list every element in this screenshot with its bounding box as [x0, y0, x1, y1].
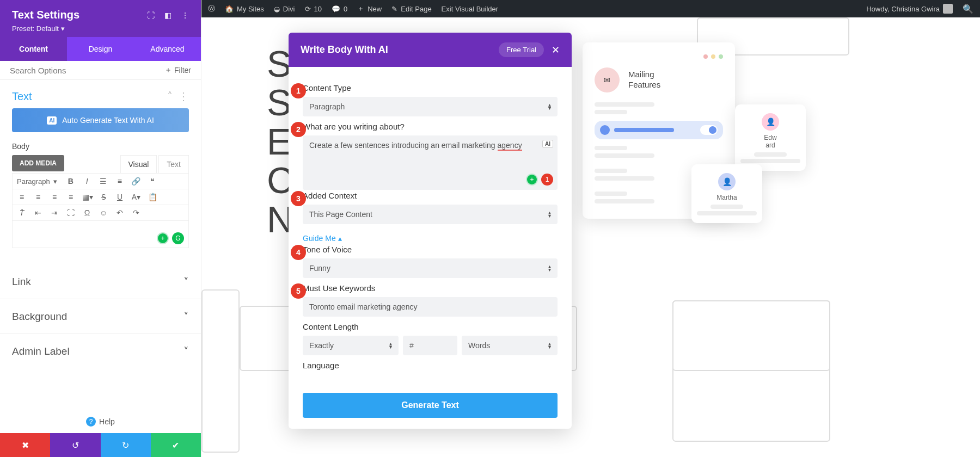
- grammarly-icon[interactable]: G: [172, 232, 184, 244]
- grammarly-plus-icon[interactable]: +: [526, 174, 538, 186]
- clear-format-icon[interactable]: T̽: [17, 208, 27, 217]
- wp-updates[interactable]: ⟳ 10: [305, 5, 322, 13]
- mock-card-martha: 👤 Martha: [691, 164, 762, 223]
- undo-icon[interactable]: ↶: [115, 208, 125, 217]
- label-language: Language: [303, 361, 558, 370]
- length-number-input[interactable]: [403, 336, 457, 355]
- guide-me-link[interactable]: Guide Me ▴: [303, 234, 558, 243]
- sidebar-header: Text Settings ⛶ ◧ ⋮ Preset: Default ▾: [0, 0, 201, 37]
- app-root: Text Settings ⛶ ◧ ⋮ Preset: Default ▾ Co…: [0, 0, 980, 457]
- underline-icon[interactable]: U: [115, 193, 125, 201]
- tone-select[interactable]: Funny: [303, 258, 558, 278]
- strike-icon[interactable]: S̶: [99, 193, 108, 201]
- help-icon: ?: [86, 417, 96, 427]
- free-trial-badge[interactable]: Free Trial: [499, 42, 544, 57]
- error-count-badge[interactable]: 1: [541, 174, 553, 186]
- discard-button[interactable]: ✖: [0, 433, 50, 457]
- textcolor-icon[interactable]: A▾: [131, 193, 141, 201]
- section-more-icon[interactable]: ⋮: [178, 90, 189, 103]
- length-mode-select[interactable]: Exactly: [303, 336, 399, 355]
- tab-design[interactable]: Design: [67, 37, 134, 61]
- accordion-background[interactable]: Background˅: [0, 299, 201, 334]
- wireframe-box: [672, 300, 830, 371]
- content-type-select[interactable]: Paragraph: [303, 97, 558, 116]
- redo-icon[interactable]: ↷: [131, 208, 141, 217]
- page-canvas: S S E C N ✉ MailingFeatures: [201, 17, 980, 457]
- align-right-icon[interactable]: ≡: [50, 193, 59, 201]
- label-keywords: Must Use Keywords: [303, 283, 558, 293]
- indent-icon[interactable]: ⇥: [50, 208, 59, 217]
- editor-body[interactable]: + G: [12, 221, 189, 248]
- redo-global-button[interactable]: ↻: [101, 433, 151, 457]
- generate-text-button[interactable]: Generate Text: [303, 393, 558, 418]
- align-center-icon[interactable]: ≡: [33, 193, 43, 201]
- table-icon[interactable]: ▦▾: [82, 193, 92, 201]
- wp-edit-page[interactable]: ✎ Edit Page: [391, 5, 431, 13]
- editor-tab-text[interactable]: Text: [158, 155, 189, 173]
- filter-button[interactable]: ＋ Filter: [164, 65, 191, 75]
- mail-icon: ✉: [595, 67, 620, 92]
- tab-content[interactable]: Content: [0, 37, 67, 61]
- paste-icon[interactable]: 📋: [148, 193, 157, 201]
- wp-site-divi[interactable]: ◒ Divi: [274, 5, 295, 13]
- accordion-link[interactable]: Link˅: [0, 264, 201, 299]
- editor-mode-tabs: Visual Text: [121, 155, 189, 173]
- close-icon[interactable]: ✕: [552, 44, 560, 56]
- wp-comments[interactable]: 💬 0: [332, 5, 347, 13]
- avatar: [943, 4, 953, 14]
- search-row: ＋ Filter: [0, 61, 201, 80]
- wp-new[interactable]: ＋ New: [357, 4, 382, 14]
- search-input[interactable]: [10, 66, 164, 75]
- save-button[interactable]: ✔: [151, 433, 201, 457]
- ai-modal: Write Body With AI Free Trial ✕ 1 Conten…: [289, 33, 572, 429]
- quote-icon[interactable]: ❝: [148, 177, 157, 186]
- emoji-icon[interactable]: ☺: [99, 208, 108, 217]
- step-badge-1: 1: [291, 83, 306, 98]
- align-left-icon[interactable]: ≡: [17, 193, 27, 201]
- wp-exit-vb[interactable]: Exit Visual Builder: [442, 5, 499, 13]
- expand-icon[interactable]: ⛶: [147, 11, 155, 20]
- wp-my-sites[interactable]: 🏠 My Sites: [225, 5, 264, 13]
- search-icon[interactable]: 🔍: [963, 4, 973, 14]
- wp-howdy[interactable]: Howdy, Christina Gwira: [866, 4, 953, 14]
- step-badge-2: 2: [291, 122, 306, 137]
- ai-corner-badge[interactable]: AI: [542, 140, 553, 148]
- preset-label[interactable]: Preset: Default ▾: [12, 24, 189, 33]
- editor-tab-visual[interactable]: Visual: [120, 155, 157, 173]
- outdent-icon[interactable]: ⇤: [33, 208, 43, 217]
- person-icon: 👤: [718, 173, 736, 190]
- align-justify-icon[interactable]: ≡: [66, 193, 76, 201]
- snap-icon[interactable]: ◧: [164, 11, 171, 20]
- bullet-list-icon[interactable]: ☰: [99, 177, 108, 186]
- italic-icon[interactable]: I: [82, 177, 92, 186]
- mock-name-edward: Edw ard: [740, 134, 800, 149]
- text-section-header[interactable]: Text ˄⋮: [0, 80, 201, 108]
- more-icon[interactable]: ⋮: [181, 11, 189, 20]
- format-select[interactable]: Paragraph ▾: [17, 177, 57, 186]
- keywords-input[interactable]: [303, 297, 558, 317]
- editor-toolbar: Paragraph ▾ B I ☰ ≡ 🔗 ❝ ≡ ≡ ≡ ≡ ▦▾ S̶ U …: [12, 173, 189, 221]
- ai-modal-title: Write Body With AI: [301, 44, 499, 55]
- tab-advanced[interactable]: Advanced: [134, 37, 201, 61]
- added-context-select[interactable]: This Page Content: [303, 205, 558, 224]
- collapse-icon[interactable]: ˄: [167, 90, 173, 103]
- sidebar-title: Text Settings: [12, 9, 79, 21]
- label-added-context: Added Context: [303, 191, 558, 200]
- grammarly-plus-icon[interactable]: +: [157, 232, 169, 244]
- length-unit-select[interactable]: Words: [462, 336, 558, 355]
- undo-global-button[interactable]: ↺: [50, 433, 100, 457]
- help-link[interactable]: ?Help: [0, 410, 201, 433]
- label-content-type: Content Type: [303, 83, 558, 92]
- add-media-button[interactable]: ADD MEDIA: [12, 155, 64, 171]
- step-badge-4: 4: [291, 245, 306, 260]
- mock-toggle: [700, 125, 718, 135]
- bold-icon[interactable]: B: [66, 177, 76, 186]
- chevron-down-icon: ˅: [183, 345, 189, 357]
- wp-logo-icon[interactable]: ⓦ: [208, 4, 215, 14]
- link-icon[interactable]: 🔗: [131, 177, 141, 186]
- accordion-admin-label[interactable]: Admin Label˅: [0, 334, 201, 368]
- specialchar-icon[interactable]: Ω: [82, 208, 92, 217]
- fullscreen-icon[interactable]: ⛶: [66, 208, 76, 217]
- auto-generate-button[interactable]: AI Auto Generate Text With AI: [12, 108, 189, 132]
- number-list-icon[interactable]: ≡: [115, 177, 125, 186]
